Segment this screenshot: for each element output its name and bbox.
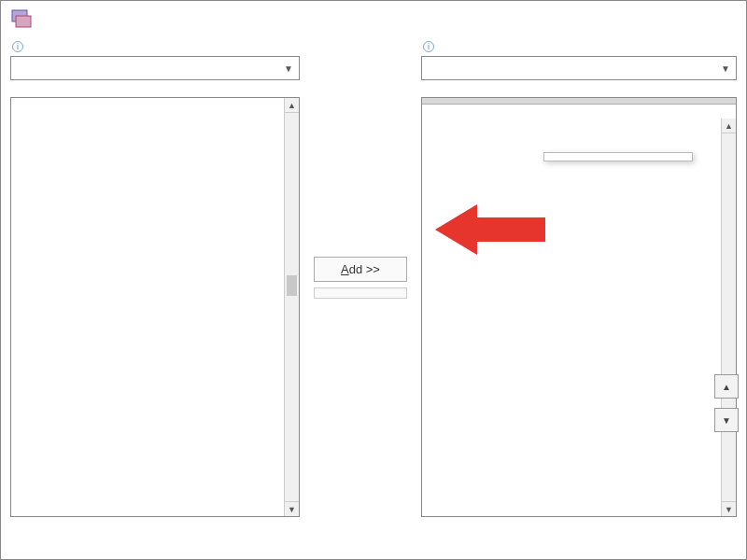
scroll-down-button[interactable]: ▼ — [722, 501, 736, 516]
remove-button — [314, 287, 407, 299]
dialog-header — [1, 1, 746, 38]
context-menu — [543, 152, 693, 161]
commands-from-label: i — [10, 38, 300, 52]
info-icon[interactable]: i — [12, 41, 23, 52]
scroll-up-button[interactable]: ▲ — [722, 119, 736, 133]
move-down-button[interactable]: ▼ — [714, 408, 739, 432]
scroll-thumb[interactable] — [287, 275, 297, 296]
ribbon-icon — [10, 7, 33, 29]
add-button[interactable]: Add >> — [314, 257, 407, 282]
svg-rect-1 — [16, 16, 31, 27]
ribbon-dropdown[interactable]: ▼ — [421, 56, 737, 80]
scrollbar[interactable]: ▲ ▼ — [284, 98, 299, 516]
tabs-header — [422, 98, 736, 105]
scrollbar[interactable]: ▲ ▼ — [721, 119, 736, 516]
customize-ribbon-label: i — [421, 38, 737, 52]
callout-arrow — [435, 197, 547, 262]
commands-listbox[interactable]: ▲ ▼ — [10, 97, 300, 517]
chevron-down-icon: ▼ — [721, 63, 730, 74]
svg-marker-2 — [435, 204, 545, 255]
tabs-listbox[interactable]: ▲ ▼ — [421, 97, 737, 517]
scroll-down-button[interactable]: ▼ — [285, 501, 299, 516]
commands-from-dropdown[interactable]: ▼ — [10, 56, 300, 80]
move-up-button[interactable]: ▲ — [714, 374, 739, 399]
chevron-down-icon: ▼ — [284, 63, 293, 74]
info-icon[interactable]: i — [423, 41, 434, 52]
scroll-up-button[interactable]: ▲ — [285, 98, 299, 113]
